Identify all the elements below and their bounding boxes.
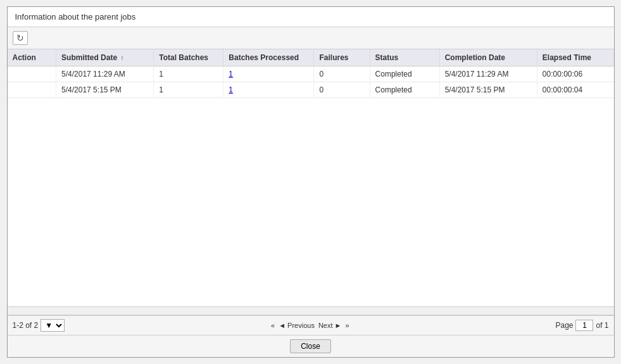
cell-total-batches: 1 (154, 66, 223, 82)
refresh-icon: ↻ (16, 33, 24, 43)
prev-page-button[interactable]: ◄ Previous (279, 322, 315, 329)
cell-failures: 0 (314, 66, 370, 82)
col-header-action[interactable]: Action (8, 49, 56, 66)
cell-submitted-date: 5/4/2017 5:15 PM (56, 82, 154, 98)
first-page-button[interactable]: « (271, 322, 275, 329)
page-info: Page of 1 (555, 320, 608, 331)
col-header-completion-date[interactable]: Completion Date (439, 49, 537, 66)
cell-batches-processed[interactable]: 1 (223, 82, 314, 98)
last-page-button[interactable]: » (345, 322, 349, 329)
cell-completion-date: 5/4/2017 11:29 AM (439, 66, 537, 82)
page-label: Page (555, 321, 573, 330)
close-button[interactable]: Close (290, 339, 331, 353)
col-header-total-batches[interactable]: Total Batches (154, 49, 223, 66)
next-page-button[interactable]: Next ► (318, 322, 342, 329)
toolbar: ↻ (8, 27, 614, 49)
cell-completion-date: 5/4/2017 5:15 PM (439, 82, 537, 98)
col-header-status[interactable]: Status (370, 49, 439, 66)
cell-elapsed-time: 00:00:00:06 (537, 66, 613, 82)
cell-action (8, 82, 56, 98)
table-row: 5/4/2017 11:29 AM110Completed5/4/2017 11… (8, 66, 614, 82)
cell-status: Completed (370, 82, 439, 98)
table-header-row: Action Submitted Date ↑ Total Batches Ba… (8, 49, 614, 66)
cell-status: Completed (370, 66, 439, 82)
cell-action (8, 66, 56, 82)
data-table: Action Submitted Date ↑ Total Batches Ba… (8, 49, 614, 98)
dialog: Information about the parent jobs ↻ Acti… (7, 6, 615, 358)
dialog-title: Information about the parent jobs (8, 7, 614, 27)
cell-failures: 0 (314, 82, 370, 98)
col-header-submitted-date[interactable]: Submitted Date ↑ (56, 49, 154, 66)
cell-submitted-date: 5/4/2017 11:29 AM (56, 66, 154, 82)
horizontal-scrollbar[interactable] (8, 306, 614, 315)
rows-info: 1-2 of 2 ▼ (13, 319, 65, 332)
rows-per-page-select[interactable]: ▼ (41, 319, 65, 332)
pagination-controls: « ◄ Previous Next ► » (271, 322, 349, 329)
close-bar: Close (8, 335, 614, 357)
cell-total-batches: 1 (154, 82, 223, 98)
page-of-label: of 1 (596, 321, 608, 330)
sort-icon: ↑ (120, 54, 123, 61)
content-area: Action Submitted Date ↑ Total Batches Ba… (8, 49, 614, 306)
table-wrapper[interactable]: Action Submitted Date ↑ Total Batches Ba… (8, 49, 614, 306)
col-header-elapsed-time[interactable]: Elapsed Time (537, 49, 613, 66)
refresh-button[interactable]: ↻ (13, 31, 28, 45)
page-number-input[interactable] (575, 320, 593, 331)
cell-batches-processed[interactable]: 1 (223, 66, 314, 82)
rows-indicator: 1-2 of 2 (13, 321, 39, 330)
cell-elapsed-time: 00:00:00:04 (537, 82, 613, 98)
col-header-batches-processed[interactable]: Batches Processed (223, 49, 314, 66)
col-header-failures[interactable]: Failures (314, 49, 370, 66)
table-row: 5/4/2017 5:15 PM110Completed5/4/2017 5:1… (8, 82, 614, 98)
pagination-footer: 1-2 of 2 ▼ « ◄ Previous Next ► » Page of… (8, 315, 614, 335)
